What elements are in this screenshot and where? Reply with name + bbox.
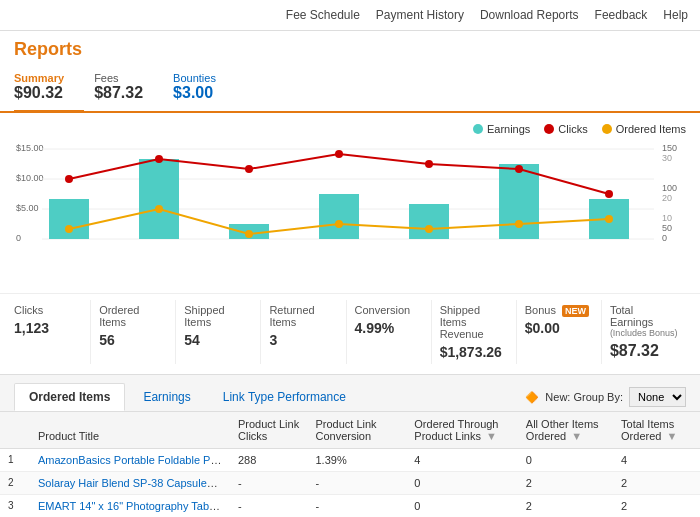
stat-clicks: Clicks 1,123 bbox=[14, 300, 91, 364]
th-ordered-through[interactable]: Ordered Through Product Links ▼ bbox=[406, 412, 518, 449]
stat-clicks-value: 1,123 bbox=[14, 320, 82, 336]
legend-ordered-dot bbox=[602, 124, 612, 134]
stat-total-earnings-value: $87.32 bbox=[610, 342, 678, 360]
svg-point-26 bbox=[425, 160, 433, 168]
svg-point-23 bbox=[155, 155, 163, 163]
svg-text:$15.00: $15.00 bbox=[16, 143, 44, 153]
product-link-clicks-cell: - bbox=[230, 495, 307, 518]
stat-returned-items-value: 3 bbox=[269, 332, 337, 348]
tab-earnings[interactable]: Earnings bbox=[129, 384, 204, 410]
product-link-clicks-cell: - bbox=[230, 472, 307, 495]
stat-conversion-label: Conversion bbox=[355, 304, 423, 316]
row-num: 2 bbox=[0, 472, 30, 495]
ordered-through-cell: 4 bbox=[406, 449, 518, 472]
tab-bounties[interactable]: Bounties $3.00 bbox=[173, 64, 236, 111]
svg-point-34 bbox=[515, 220, 523, 228]
legend-earnings: Earnings bbox=[473, 123, 530, 135]
legend-ordered: Ordered Items bbox=[602, 123, 686, 135]
stat-bonus-label: Bonus NEW bbox=[525, 304, 593, 316]
svg-point-29 bbox=[65, 225, 73, 233]
svg-point-31 bbox=[245, 230, 253, 238]
svg-point-28 bbox=[605, 190, 613, 198]
stat-ordered-items: Ordered Items 56 bbox=[91, 300, 176, 364]
svg-point-35 bbox=[605, 215, 613, 223]
tab-link-type-performance[interactable]: Link Type Performance bbox=[209, 384, 360, 410]
svg-text:0: 0 bbox=[662, 233, 667, 243]
chart-legend: Earnings Clicks Ordered Items bbox=[14, 123, 686, 135]
table-row: 2 Solaray Hair Blend SP-38 Capsules, 100… bbox=[0, 472, 700, 495]
legend-clicks-label: Clicks bbox=[558, 123, 587, 135]
stat-returned-items-label: Returned Items bbox=[269, 304, 337, 328]
nav-download-reports[interactable]: Download Reports bbox=[480, 8, 579, 22]
nav-feedback[interactable]: Feedback bbox=[595, 8, 648, 22]
svg-point-30 bbox=[155, 205, 163, 213]
legend-ordered-label: Ordered Items bbox=[616, 123, 686, 135]
stat-clicks-label: Clicks bbox=[14, 304, 82, 316]
product-title-link[interactable]: Solaray Hair Blend SP-38 Capsules, 100 C… bbox=[38, 477, 230, 489]
tab-fees[interactable]: Fees $87.32 bbox=[94, 64, 163, 111]
page-title-bar: Reports bbox=[0, 31, 700, 64]
legend-earnings-label: Earnings bbox=[487, 123, 530, 135]
product-title-link[interactable]: AmazonBasics Portable Foldable Photo Stu… bbox=[38, 454, 230, 466]
product-link-conversion-cell: 1.39% bbox=[307, 449, 406, 472]
stat-shipped-revenue-value: $1,873.26 bbox=[440, 344, 508, 360]
data-table-container: Product Title Product Link Clicks Produc… bbox=[0, 411, 700, 517]
summary-tabs: Summary $90.32 Fees $87.32 Bounties $3.0… bbox=[0, 64, 700, 113]
row-num: 1 bbox=[0, 449, 30, 472]
svg-point-33 bbox=[425, 225, 433, 233]
legend-clicks: Clicks bbox=[544, 123, 587, 135]
sort-arrow-ordered: ▼ bbox=[486, 430, 497, 442]
nav-fee-schedule[interactable]: Fee Schedule bbox=[286, 8, 360, 22]
data-table: Product Title Product Link Clicks Produc… bbox=[0, 411, 700, 517]
stat-conversion: Conversion 4.99% bbox=[347, 300, 432, 364]
stat-shipped-items-label: Shipped Items bbox=[184, 304, 252, 328]
stat-total-earnings: Total Earnings (Includes Bonus) $87.32 bbox=[602, 300, 686, 364]
table-row: 3 EMART 14" x 16" Photography Table Top … bbox=[0, 495, 700, 518]
svg-rect-16 bbox=[139, 159, 179, 239]
chart-svg: $15.00 $10.00 $5.00 0 150 100 50 0 30 20… bbox=[14, 139, 686, 289]
nav-help[interactable]: Help bbox=[663, 8, 688, 22]
stat-shipped-revenue-label: Shipped Items Revenue bbox=[440, 304, 508, 340]
stat-shipped-items-value: 54 bbox=[184, 332, 252, 348]
table-row: 1 AmazonBasics Portable Foldable Photo S… bbox=[0, 449, 700, 472]
sort-arrow-total: ▼ bbox=[666, 430, 677, 442]
tab-summary[interactable]: Summary $90.32 bbox=[14, 64, 84, 113]
tab-bounties-value: $3.00 bbox=[173, 84, 216, 102]
svg-text:30: 30 bbox=[662, 153, 672, 163]
total-items-cell: 2 bbox=[613, 472, 700, 495]
table-header-row: Product Title Product Link Clicks Produc… bbox=[0, 412, 700, 449]
product-link-conversion-cell: - bbox=[307, 495, 406, 518]
stat-ordered-items-value: 56 bbox=[99, 332, 167, 348]
all-other-items-cell: 2 bbox=[518, 472, 613, 495]
product-title-link[interactable]: EMART 14" x 16" Photography Table Top Li… bbox=[38, 500, 230, 512]
th-all-other-items[interactable]: All Other Items Ordered ▼ bbox=[518, 412, 613, 449]
group-by-select[interactable]: None bbox=[629, 387, 686, 407]
nav-payment-history[interactable]: Payment History bbox=[376, 8, 464, 22]
tab-summary-label: Summary bbox=[14, 72, 64, 84]
svg-point-27 bbox=[515, 165, 523, 173]
group-by-control: 🔶 New: Group By: None bbox=[525, 387, 686, 407]
bonus-new-badge: NEW bbox=[562, 305, 589, 317]
svg-point-24 bbox=[245, 165, 253, 173]
stat-shipped-items: Shipped Items 54 bbox=[176, 300, 261, 364]
product-title-cell: Solaray Hair Blend SP-38 Capsules, 100 C… bbox=[30, 472, 230, 495]
stat-total-earnings-label: Total Earnings (Includes Bonus) bbox=[610, 304, 678, 338]
stat-bonus: Bonus NEW $0.00 bbox=[517, 300, 602, 364]
stat-conversion-value: 4.99% bbox=[355, 320, 423, 336]
legend-clicks-dot bbox=[544, 124, 554, 134]
tab-fees-label: Fees bbox=[94, 72, 143, 84]
product-link-conversion-cell: - bbox=[307, 472, 406, 495]
table-body: 1 AmazonBasics Portable Foldable Photo S… bbox=[0, 449, 700, 518]
svg-text:150: 150 bbox=[662, 143, 677, 153]
svg-text:10: 10 bbox=[662, 213, 672, 223]
stat-ordered-items-label: Ordered Items bbox=[99, 304, 167, 328]
svg-rect-19 bbox=[409, 204, 449, 239]
tab-ordered-items[interactable]: Ordered Items bbox=[14, 383, 125, 411]
product-title-cell: AmazonBasics Portable Foldable Photo Stu… bbox=[30, 449, 230, 472]
ordered-through-cell: 0 bbox=[406, 495, 518, 518]
all-other-items-cell: 2 bbox=[518, 495, 613, 518]
th-product-title: Product Title bbox=[30, 412, 230, 449]
th-num bbox=[0, 412, 30, 449]
th-total-items[interactable]: Total Items Ordered ▼ bbox=[613, 412, 700, 449]
sort-arrow-other: ▼ bbox=[571, 430, 582, 442]
